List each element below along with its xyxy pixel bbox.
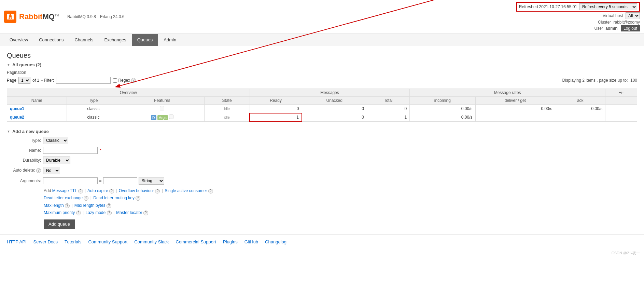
footer-tutorials[interactable]: Tutorials <box>65 239 81 244</box>
arguments-label: Arguments: <box>7 178 41 183</box>
footer-plugins[interactable]: Plugins <box>223 239 238 244</box>
add-queue-button[interactable]: Add queue <box>44 219 75 229</box>
col-features: Features <box>120 97 204 105</box>
col-group-pm: +/- <box>605 89 637 97</box>
cluster-row: Cluster rabbit@zoomy <box>598 20 640 25</box>
args-type-select[interactable]: String Number Boolean <box>139 177 164 185</box>
filter-input[interactable] <box>56 77 111 84</box>
logout-button[interactable]: Log out <box>621 25 640 31</box>
regex-checkbox[interactable] <box>113 78 117 83</box>
queue2-ack <box>555 113 605 122</box>
col-unacked: Unacked <box>302 97 367 105</box>
message-ttl-help[interactable]: ? <box>78 189 83 193</box>
add-queue-label: Add a new queue <box>12 129 49 134</box>
queue1-state-label: idle <box>224 107 230 111</box>
queues-table-container: Overview Messages Message rates +/- Name… <box>7 89 637 122</box>
cluster-value: rabbit@zoomy <box>613 20 640 25</box>
nav-admin[interactable]: Admin <box>158 34 182 46</box>
queue2-deliver-get <box>475 113 555 122</box>
logo-text: RabbitMQTM <box>19 12 59 21</box>
master-locator-help[interactable]: ? <box>143 211 148 215</box>
queue1-total: 0 <box>367 105 409 113</box>
shortcut-overflow[interactable]: Overflow behaviour <box>119 188 155 193</box>
shortcut-lazy-mode[interactable]: Lazy mode <box>86 210 107 215</box>
logo-tm: TM <box>55 14 59 17</box>
col-incoming: incoming <box>410 97 475 105</box>
args-value-input[interactable] <box>103 177 137 184</box>
shortcut-max-priority[interactable]: Maximum priority <box>44 210 76 215</box>
col-total: Total <box>367 97 409 105</box>
durability-select[interactable]: Durable Transient <box>43 157 70 164</box>
shortcut-master-locator[interactable]: Master locator <box>116 210 143 215</box>
max-length-help[interactable]: ? <box>65 203 70 208</box>
shortcut-auto-expire[interactable]: Auto expire <box>87 188 109 193</box>
dead-letter-exchange-help[interactable]: ? <box>84 196 88 201</box>
durability-row: Durability: Durable Transient <box>7 157 637 164</box>
col-group-messages: Messages <box>250 89 409 97</box>
shortcut-single-consumer[interactable]: Single active consumer <box>165 188 208 193</box>
shortcut-message-ttl[interactable]: Message TTL <box>52 188 78 193</box>
queue1-name-link[interactable]: queue1 <box>10 106 24 111</box>
nav-connections[interactable]: Connections <box>33 34 69 46</box>
auto-expire-help[interactable]: ? <box>109 189 114 193</box>
page-select[interactable]: 1 <box>18 77 30 84</box>
nav-channels[interactable]: Channels <box>69 34 99 46</box>
max-priority-help[interactable]: ? <box>76 211 81 215</box>
required-star: * <box>100 148 101 153</box>
footer-http-api[interactable]: HTTP API <box>7 239 27 244</box>
footer-commercial-support[interactable]: Commercial Support <box>176 239 216 244</box>
name-input[interactable] <box>43 147 98 154</box>
single-consumer-help[interactable]: ? <box>208 189 213 193</box>
nav-exchanges[interactable]: Exchanges <box>99 34 131 46</box>
watermark: CSDN @21-夜一 <box>0 249 644 257</box>
version-info: RabbitMQ 3.9.8 Erlang 24.0.6 <box>67 14 124 19</box>
type-select[interactable]: Classic Quorum <box>43 137 68 144</box>
lazy-mode-help[interactable]: ? <box>107 211 112 215</box>
nav-queues[interactable]: Queues <box>132 34 158 46</box>
dead-letter-routing-help[interactable]: ? <box>136 196 140 201</box>
queue1-deliver-get: 0.00/s <box>475 105 555 113</box>
footer-community-support[interactable]: Community Support <box>88 239 127 244</box>
nav-overview[interactable]: Overview <box>4 34 33 46</box>
footer-server-docs[interactable]: Server Docs <box>33 239 58 244</box>
footer-github[interactable]: GitHub <box>244 239 258 244</box>
max-length-bytes-help[interactable]: ? <box>107 203 111 208</box>
col-group-rates: Message rates <box>410 89 605 97</box>
queue2-incoming: 0.00/s <box>410 113 475 122</box>
footer-changelog[interactable]: Changelog <box>265 239 286 244</box>
shortcuts-area: Add Message TTL ? | Auto expire ? | Over… <box>44 187 637 217</box>
queue2-extra <box>605 113 637 122</box>
all-queues-header[interactable]: ▼ All queues (2) <box>7 62 637 67</box>
args-key-input[interactable] <box>43 177 98 184</box>
name-row: Name: * <box>7 147 637 154</box>
filter-dash: - Filter: <box>41 78 54 83</box>
user-label: User <box>594 26 603 31</box>
args-equals: = <box>99 178 102 183</box>
display-info: Displaying 2 items , page size up to: 10… <box>562 78 637 83</box>
shortcut-max-length-bytes[interactable]: Max length bytes <box>74 203 107 208</box>
regex-help-icon[interactable]: ? <box>131 78 136 83</box>
top-right: Refreshed 2021-10-27 16:55:01 Refresh ev… <box>516 2 640 31</box>
svg-rect-4 <box>9 15 12 17</box>
auto-delete-label: Auto delete: ? <box>7 168 41 173</box>
queue1-ready: 0 <box>250 105 302 113</box>
add-queue-header[interactable]: ▼ Add a new queue <box>7 129 637 134</box>
type-label: Type: <box>7 138 41 143</box>
cluster-label: Cluster <box>598 20 611 25</box>
queue2-name-link[interactable]: queue2 <box>10 115 24 120</box>
shortcut-dead-letter-exchange[interactable]: Dead letter exchange <box>44 196 84 200</box>
queue2-tag-args: Args <box>157 115 168 120</box>
vhost-select[interactable]: All <box>626 12 640 19</box>
vhost-label: Virtual host <box>603 13 623 18</box>
queues-table: Overview Messages Message rates +/- Name… <box>7 89 637 122</box>
logo-area: RabbitMQTM RabbitMQ 3.9.8 Erlang 24.0.6 <box>4 11 124 23</box>
svg-point-5 <box>9 17 10 19</box>
overflow-help[interactable]: ? <box>155 189 160 193</box>
auto-delete-select[interactable]: No Yes <box>43 167 60 174</box>
auto-delete-help-icon[interactable]: ? <box>36 168 41 173</box>
refresh-select[interactable]: Refresh every 5 seconds No refresh Refre… <box>579 3 637 10</box>
shortcut-dead-letter-routing[interactable]: Dead letter routing key <box>93 196 136 200</box>
footer-community-slack[interactable]: Community Slack <box>134 239 169 244</box>
footer: HTTP API Server Docs Tutorials Community… <box>0 234 644 249</box>
shortcut-max-length[interactable]: Max length <box>44 203 65 208</box>
